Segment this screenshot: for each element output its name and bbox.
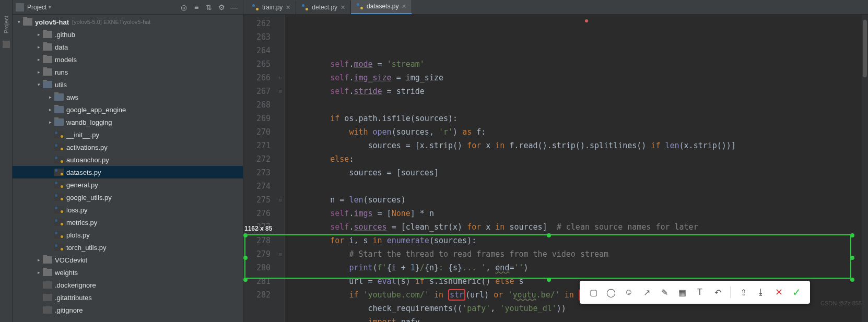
- folder-icon: [43, 68, 52, 76]
- py-icon: [54, 244, 64, 251]
- settings-gear-icon[interactable]: ⚙: [216, 2, 227, 13]
- error-stripe-dot: [585, 19, 588, 22]
- tree-item-label: loss.py: [66, 206, 87, 214]
- share-icon[interactable]: ⇪: [738, 287, 748, 297]
- code-line[interactable]: [292, 180, 868, 193]
- code-line[interactable]: self.sources = [clean_str(x) for x in so…: [292, 220, 868, 234]
- line-number: 279: [243, 247, 271, 261]
- tree-item-wandb-logging[interactable]: wandb_logging: [13, 116, 243, 128]
- tree-item--gitignore[interactable]: .gitignore: [13, 304, 243, 316]
- line-number: 273: [243, 166, 271, 180]
- tree-item-utils[interactable]: utils: [13, 78, 243, 91]
- pen-tool-icon[interactable]: ✎: [659, 287, 670, 297]
- tree-item-vocdevkit[interactable]: VOCdevkit: [13, 254, 243, 266]
- fold-mark: [276, 166, 285, 180]
- py-icon: [54, 181, 64, 188]
- close-icon[interactable]: ✕: [402, 3, 406, 10]
- tree-item--gitattributes[interactable]: .gitattributes: [13, 291, 243, 304]
- tree-item--dockerignore[interactable]: .dockerignore: [13, 279, 243, 291]
- tree-item-weights[interactable]: weights: [13, 266, 243, 279]
- fold-mark[interactable]: ⊟: [276, 247, 285, 261]
- code-line[interactable]: self.img_size = img_size: [292, 71, 868, 85]
- download-icon[interactable]: ⭳: [756, 287, 766, 297]
- rect-tool-icon[interactable]: ▢: [588, 287, 599, 297]
- tree-item-metrics-py[interactable]: metrics.py: [13, 216, 243, 229]
- code-content[interactable]: self.mode = 'stream' self.img_size = img…: [285, 15, 868, 322]
- tab-datasets-py[interactable]: datasets.py✕: [351, 0, 412, 14]
- tab-detect-py[interactable]: detect.py✕: [296, 1, 351, 14]
- python-file-icon: [252, 4, 259, 11]
- tree-item-activations-py[interactable]: activations.py: [13, 141, 243, 153]
- editor-panel: train.py✕detect.py✕datasets.py✕ 26226326…: [243, 0, 868, 322]
- tree-item--github[interactable]: .github: [13, 28, 243, 41]
- tree-item-google-utils-py[interactable]: google_utils.py: [13, 191, 243, 204]
- fold-mark: [276, 125, 285, 139]
- code-area[interactable]: 2622632642652662672682692702712722732742…: [243, 15, 868, 322]
- tree-item-torch-utils-py[interactable]: torch_utils.py: [13, 241, 243, 254]
- fold-mark: [276, 288, 285, 302]
- locate-button[interactable]: ◎: [178, 2, 190, 13]
- code-line[interactable]: self.stride = stride: [292, 85, 868, 98]
- tree-item-label: runs: [55, 68, 68, 76]
- tree-item-plots-py[interactable]: plots.py: [13, 229, 243, 241]
- arrow-tool-icon[interactable]: ↗: [641, 287, 652, 297]
- code-line[interactable]: if os.path.isfile(sources):: [292, 112, 868, 125]
- screenshot-toolbar: ▢ ◯ ☺ ↗ ✎ ▦ T ↶ ⇪ ⭳ ✕ ✓: [580, 281, 810, 304]
- mosaic-tool-icon[interactable]: ▦: [677, 287, 687, 297]
- tree-root[interactable]: yolov5-hat[yolov5-5.0] EXNET\yolov5-hat: [13, 16, 243, 28]
- fold-gutter: ⊟⊟⊟⊟: [276, 15, 285, 322]
- circle-tool-icon[interactable]: ◯: [606, 287, 616, 297]
- code-line[interactable]: import pafy💡: [292, 315, 868, 322]
- project-tab-icon[interactable]: [3, 41, 10, 48]
- project-tab[interactable]: Project: [3, 16, 9, 33]
- text-tool-icon[interactable]: T: [695, 287, 705, 297]
- folder-icon: [43, 56, 52, 63]
- tree-item-datasets-py[interactable]: datasets.py: [13, 166, 243, 178]
- tree-item-label: VOCdevkit: [55, 256, 87, 264]
- fold-mark[interactable]: ⊟: [276, 71, 285, 85]
- fold-mark: [276, 220, 285, 234]
- code-line[interactable]: print(f'{i + 1}/{n}: {s}... ', end=''): [292, 261, 868, 275]
- toolbar-separator: [730, 287, 731, 298]
- line-number: 275: [243, 193, 271, 207]
- tree-item-autoanchor-py[interactable]: autoanchor.py: [13, 153, 243, 166]
- code-line[interactable]: self.imgs = [None] * n: [292, 207, 868, 220]
- close-icon[interactable]: ✕: [341, 4, 345, 11]
- code-line[interactable]: sources = [sources]: [292, 166, 868, 180]
- confirm-icon[interactable]: ✓: [791, 287, 802, 297]
- tree-item-aws[interactable]: aws: [13, 91, 243, 103]
- undo-icon[interactable]: ↶: [712, 287, 723, 297]
- code-line[interactable]: for i, s in enumerate(sources):: [292, 234, 868, 247]
- tree-item-models[interactable]: models: [13, 53, 243, 66]
- editor-scrollbar[interactable]: [862, 15, 868, 322]
- tree-item-loss-py[interactable]: loss.py: [13, 204, 243, 216]
- line-number: 282: [243, 288, 271, 302]
- line-number: 272: [243, 152, 271, 166]
- code-line[interactable]: else:: [292, 152, 868, 166]
- project-dropdown-icon[interactable]: ▾: [49, 4, 51, 10]
- tab-train-py[interactable]: train.py✕: [247, 1, 296, 14]
- selection-dimensions: 1162 x 85: [244, 225, 272, 232]
- code-line[interactable]: [292, 98, 868, 112]
- project-label[interactable]: Project: [27, 4, 46, 11]
- tree-item-runs[interactable]: runs: [13, 66, 243, 78]
- close-icon[interactable]: ✕: [286, 4, 290, 11]
- collapse-button[interactable]: ⇅: [203, 2, 215, 13]
- py-icon: [54, 206, 64, 213]
- scrollbar-thumb[interactable]: [863, 20, 867, 77]
- code-line[interactable]: self.mode = 'stream': [292, 57, 868, 71]
- code-line[interactable]: sources = [x.strip() for x in f.read().s…: [292, 139, 868, 152]
- emoji-tool-icon[interactable]: ☺: [624, 287, 634, 297]
- code-line[interactable]: n = len(sources): [292, 193, 868, 207]
- expand-button[interactable]: ≡: [191, 2, 202, 13]
- tree-item--init-py[interactable]: __init__.py: [13, 128, 243, 141]
- tree-item-general-py[interactable]: general.py: [13, 178, 243, 191]
- tree-item-data[interactable]: data: [13, 41, 243, 53]
- fold-mark[interactable]: ⊟: [276, 193, 285, 207]
- code-line[interactable]: with open(sources, 'r') as f:: [292, 125, 868, 139]
- fold-mark[interactable]: ⊟: [276, 85, 285, 98]
- tree-item-google-app-engine[interactable]: google_app_engine: [13, 103, 243, 116]
- hide-button[interactable]: —: [228, 2, 240, 13]
- cancel-icon[interactable]: ✕: [773, 287, 784, 297]
- code-line[interactable]: # Start the thread to read frames from t…: [292, 247, 868, 261]
